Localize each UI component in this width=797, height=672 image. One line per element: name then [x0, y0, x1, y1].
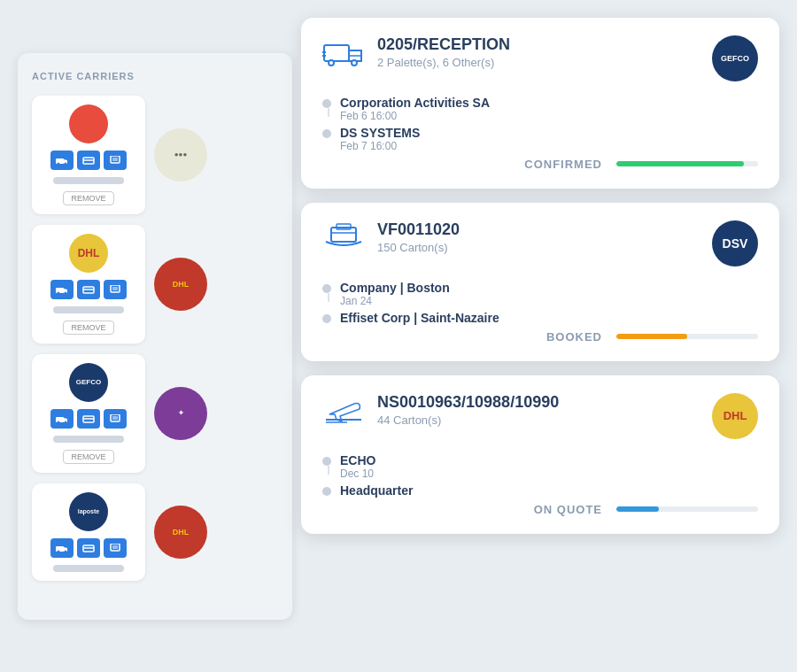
card-footer: ON QUOTE: [322, 503, 758, 516]
carrier-icons: [50, 280, 127, 299]
carrier-card: laposte: [32, 483, 145, 581]
carrier-icon-btn[interactable]: [50, 409, 74, 429]
stop-text: ECHO Dec 10: [340, 453, 375, 480]
carrier-icon-btn[interactable]: [50, 538, 74, 558]
carrier-icon-btn-2[interactable]: [77, 538, 100, 558]
carrier-card: REMOVE: [32, 96, 145, 214]
carrier-icon-btn-2[interactable]: [77, 409, 100, 429]
svg-rect-18: [56, 417, 64, 422]
shipment-details: 2 Palette(s), 6 Other(s): [377, 56, 510, 69]
carrier-avatar: GEFCO: [69, 363, 108, 402]
card-header: 0205/RECEPTION 2 Palette(s), 6 Other(s) …: [322, 35, 758, 81]
stop-dot: [322, 129, 331, 138]
stop-name: ECHO: [340, 453, 375, 467]
status-label: ON QUOTE: [534, 503, 602, 516]
shipment-card-1: 0205/RECEPTION 2 Palette(s), 6 Other(s) …: [301, 18, 779, 189]
carrier-logo-right: DHL: [154, 506, 207, 559]
card-footer: CONFIRMED: [322, 158, 758, 171]
carrier-icon-btn[interactable]: [50, 151, 74, 170]
remove-button[interactable]: REMOVE: [63, 450, 113, 464]
svg-rect-24: [111, 414, 120, 421]
carrier-logo-right: ✦: [154, 387, 207, 440]
remove-button[interactable]: REMOVE: [63, 191, 113, 205]
carrier-row: laposte DHL: [32, 483, 278, 581]
stop-item: ECHO Dec 10: [322, 453, 758, 480]
carrier-icons: [50, 409, 127, 429]
truck-icon: [322, 36, 365, 68]
name-bar: [53, 565, 124, 572]
stop-name: Effiset Corp | Saint-Nazaire: [340, 311, 499, 325]
card-footer: BOOKED: [322, 330, 758, 344]
carrier-icon-btn-2[interactable]: [77, 151, 100, 170]
svg-rect-36: [324, 45, 349, 61]
shipment-info: 0205/RECEPTION 2 Palette(s), 6 Other(s): [377, 35, 510, 69]
stop-item: Effiset Corp | Saint-Nazaire: [322, 311, 758, 325]
name-bar: [53, 177, 124, 184]
stop-name: Corporation Activities SA: [340, 96, 490, 110]
carrier-icon-btn-2[interactable]: [77, 280, 100, 299]
svg-rect-33: [111, 544, 120, 551]
stop-date: Dec 10: [340, 467, 375, 480]
shipment-cards-panel: 0205/RECEPTION 2 Palette(s), 6 Other(s) …: [301, 18, 779, 655]
stop-name: DS SYSTEMS: [340, 126, 420, 140]
stop-dot: [322, 314, 331, 323]
card-header: NS0010963/10988/10990 44 Carton(s) DHL: [322, 393, 758, 439]
stops-section: Corporation Activities SA Feb 6 16:00 DS…: [322, 96, 758, 152]
carrier-icon-btn-3[interactable]: [104, 280, 127, 299]
stop-date: Jan 24: [340, 295, 450, 307]
svg-rect-15: [111, 285, 120, 292]
svg-rect-9: [56, 288, 64, 293]
carrier-logo-dsv: DSV: [712, 220, 758, 266]
shipment-card-2: VF0011020 150 Carton(s) DSV Company | Bo…: [301, 203, 779, 361]
stop-dot: [322, 487, 331, 496]
carrier-icons: [50, 538, 127, 558]
stop-dot: [322, 99, 331, 108]
carrier-logo-dhl: DHL: [712, 393, 758, 439]
remove-button[interactable]: REMOVE: [63, 321, 113, 335]
carrier-icons: [50, 151, 127, 170]
carrier-row: REMOVE ●●●: [32, 96, 278, 214]
shipment-info: NS0010963/10988/10990 44 Carton(s): [377, 393, 559, 427]
stops-section: ECHO Dec 10 Headquarter: [322, 453, 758, 498]
card-header-left: 0205/RECEPTION 2 Palette(s), 6 Other(s): [322, 35, 510, 69]
stop-text: Company | Boston Jan 24: [340, 281, 450, 307]
status-label: CONFIRMED: [524, 158, 602, 171]
stop-date: Feb 6 16:00: [340, 110, 490, 122]
shipment-id: VF0011020: [377, 220, 460, 239]
progress-fill: [616, 506, 659, 512]
carrier-icon-btn-3[interactable]: [104, 538, 127, 558]
card-header-left: NS0010963/10988/10990 44 Carton(s): [322, 393, 559, 427]
carrier-logo-right: DHL: [154, 258, 207, 311]
card-header-left: VF0011020 150 Carton(s): [322, 220, 460, 254]
carrier-logo-right: ●●●: [154, 128, 207, 182]
carrier-avatar: DHL: [69, 234, 108, 273]
carrier-card: GEFCO REMOVE: [32, 354, 145, 473]
stop-date: Feb 7 16:00: [340, 140, 420, 152]
shipment-details: 150 Carton(s): [377, 241, 460, 254]
stop-connector: [328, 108, 329, 117]
ship-icon: [322, 221, 365, 253]
carrier-icon-btn-3[interactable]: [104, 409, 127, 429]
stop-item: Headquarter: [322, 483, 758, 498]
shipment-info: VF0011020 150 Carton(s): [377, 220, 460, 254]
stop-connector: [328, 293, 329, 302]
shipment-id: NS0010963/10988/10990: [377, 393, 559, 412]
stop-connector: [328, 466, 329, 475]
stops-section: Company | Boston Jan 24 Effiset Corp | S…: [322, 281, 758, 325]
shipment-id: 0205/RECEPTION: [377, 35, 510, 54]
carrier-card: DHL REMOVE: [32, 225, 145, 344]
panel-title: ACTIVE CARRIERS: [32, 71, 278, 81]
svg-point-39: [352, 60, 357, 66]
carrier-row: GEFCO REMOVE ✦: [32, 354, 278, 473]
progress-fill: [616, 334, 687, 339]
svg-rect-27: [56, 546, 64, 552]
carrier-icon-btn-3[interactable]: [104, 151, 127, 170]
svg-point-38: [329, 60, 334, 66]
stop-item: Corporation Activities SA Feb 6 16:00: [322, 96, 758, 122]
name-bar: [53, 306, 124, 313]
stop-text: Headquarter: [340, 483, 413, 498]
carrier-icon-btn[interactable]: [50, 280, 74, 299]
svg-rect-0: [56, 158, 64, 164]
progress-bar: [616, 506, 758, 512]
stop-name: Company | Boston: [340, 281, 450, 295]
